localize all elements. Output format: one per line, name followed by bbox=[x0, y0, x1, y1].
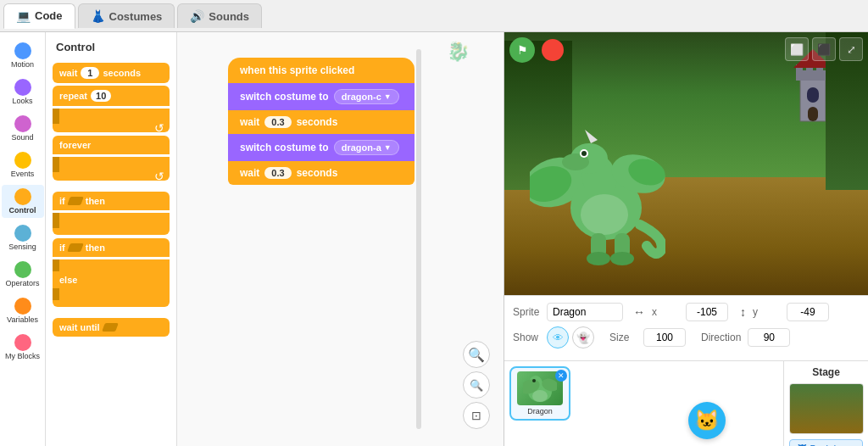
block-forever-arrow[interactable]: ↺ bbox=[53, 172, 170, 181]
sidebar-item-looks[interactable]: Looks bbox=[2, 75, 44, 109]
tab-costumes[interactable]: 👗 Costumes bbox=[78, 3, 175, 28]
sidebar-item-operators[interactable]: Operators bbox=[2, 258, 44, 291]
sidebar-item-control[interactable]: Control bbox=[2, 185, 44, 218]
stage-normal-button[interactable]: ⬛ bbox=[812, 37, 836, 61]
fullscreen-button[interactable]: ⤢ bbox=[839, 37, 863, 61]
sidebar-item-sound[interactable]: Sound bbox=[2, 112, 44, 145]
tab-code-label: Code bbox=[35, 9, 63, 22]
backdrops-button[interactable]: 🖼 Backdrops bbox=[789, 439, 863, 446]
sidebar-item-sensing[interactable]: Sensing bbox=[2, 221, 44, 254]
myblocks-dot bbox=[14, 334, 31, 351]
sprite-card-name: Dragon bbox=[515, 407, 565, 415]
sensing-label: Sensing bbox=[8, 243, 36, 251]
block-repeat-inner bbox=[53, 109, 170, 124]
block-else-label: else bbox=[53, 271, 170, 288]
y-input[interactable] bbox=[787, 303, 829, 321]
canvas-block-switch-a[interactable]: switch costume to dragon-a ▼ bbox=[228, 134, 415, 161]
canvas-block-switch-c[interactable]: switch costume to dragon-c ▼ bbox=[228, 83, 415, 110]
wait1-text: wait bbox=[240, 116, 259, 128]
wait2-input[interactable]: 0.3 bbox=[264, 167, 291, 179]
stage-small-button[interactable]: ⬜ bbox=[785, 37, 809, 61]
zoom-fit-button[interactable]: ⊡ bbox=[463, 402, 490, 429]
wait2-text: wait bbox=[240, 167, 259, 179]
motion-label: Motion bbox=[11, 60, 34, 69]
sprites-grid: ✕ Dragon bbox=[509, 366, 778, 421]
switch-c-text: switch costume to bbox=[240, 91, 329, 103]
looks-label: Looks bbox=[12, 97, 32, 105]
direction-label: Direction bbox=[701, 332, 741, 343]
canvas-blocks: when this sprite clicked switch costume … bbox=[228, 58, 415, 185]
canvas-block-wait1[interactable]: wait 0.3 seconds bbox=[228, 110, 415, 134]
stage-mini-preview[interactable] bbox=[789, 383, 864, 434]
block-if-bottom bbox=[53, 228, 170, 235]
show-hidden-button[interactable]: 👻 bbox=[572, 326, 594, 348]
show-visible-button[interactable]: 👁 bbox=[547, 326, 569, 348]
direction-input[interactable] bbox=[748, 328, 790, 347]
stage-mini-panel: Stage 🖼 Backdrops bbox=[783, 361, 868, 446]
if-diamond bbox=[67, 197, 84, 205]
sidebar-item-variables[interactable]: Variables bbox=[2, 294, 44, 327]
sidebar-item-events[interactable]: Events bbox=[2, 148, 44, 181]
control-label: Control bbox=[9, 206, 36, 215]
events-dot bbox=[14, 152, 31, 169]
x-input[interactable] bbox=[686, 303, 728, 321]
block-wait-until[interactable]: wait until bbox=[53, 318, 170, 337]
svg-point-15 bbox=[581, 151, 587, 156]
wait1-input[interactable]: 0.3 bbox=[264, 116, 291, 128]
dropdown-c-arrow: ▼ bbox=[384, 92, 392, 101]
eye-icon: 👁 bbox=[553, 332, 564, 344]
canvas-block-hat[interactable]: when this sprite clicked bbox=[228, 58, 415, 83]
show-toggle: 👁 👻 bbox=[547, 326, 594, 348]
block-repeat-arrow[interactable]: ↺ bbox=[53, 124, 170, 132]
category-sidebar: Motion Looks Sound Events Control Sensin… bbox=[0, 32, 46, 446]
size-input[interactable] bbox=[643, 328, 686, 347]
canvas-block-wait2[interactable]: wait 0.3 seconds bbox=[228, 161, 415, 185]
zoom-in-button[interactable]: 🔍 bbox=[463, 341, 490, 368]
stop-button[interactable] bbox=[542, 39, 564, 61]
block-wait[interactable]: wait 1 seconds bbox=[53, 63, 170, 83]
coding-area[interactable]: when this sprite clicked switch costume … bbox=[177, 32, 504, 446]
stage-normal-icon: ⬛ bbox=[817, 43, 831, 56]
sprite-name-input[interactable] bbox=[547, 303, 623, 321]
sidebar-item-myblocks[interactable]: My Blocks bbox=[2, 331, 44, 364]
svg-rect-7 bbox=[808, 107, 818, 121]
sprite-card-dragon[interactable]: ✕ Dragon bbox=[509, 366, 570, 421]
motion-dot bbox=[14, 42, 31, 59]
stage-small-icon: ⬜ bbox=[790, 43, 804, 56]
fullscreen-icon: ⤢ bbox=[847, 43, 856, 56]
block-if-inner bbox=[53, 213, 170, 228]
block-forever[interactable]: forever bbox=[53, 136, 170, 154]
block-if-then[interactable]: if then bbox=[53, 192, 170, 210]
zoom-out-button[interactable]: 🔍 bbox=[463, 371, 490, 399]
green-flag-button[interactable]: ⚑ bbox=[509, 37, 535, 63]
add-sprite-button[interactable]: 🐱 bbox=[688, 402, 726, 439]
costume-a-value: dragon-a bbox=[342, 142, 381, 153]
costume-c-dropdown[interactable]: dragon-c ▼ bbox=[334, 89, 399, 104]
y-label: y bbox=[753, 306, 780, 318]
blocks-panel-title: Control bbox=[49, 37, 173, 60]
sprite-delete-button[interactable]: ✕ bbox=[555, 370, 567, 382]
sprite-indicator: 🐉 bbox=[447, 41, 470, 63]
block-if-else-bottom bbox=[53, 300, 170, 307]
dropdown-a-arrow: ▼ bbox=[384, 143, 392, 152]
block-if-else-inner1 bbox=[53, 259, 170, 271]
tab-code[interactable]: 💻 Code bbox=[3, 3, 75, 29]
code-icon: 💻 bbox=[16, 9, 31, 23]
sound-label: Sound bbox=[11, 133, 33, 142]
wait-until-diamond bbox=[102, 323, 119, 332]
block-repeat[interactable]: repeat 10 bbox=[53, 86, 170, 106]
sprite-thumbnail-dragon bbox=[523, 373, 557, 404]
delete-icon: ✕ bbox=[558, 371, 565, 380]
sound-dot bbox=[14, 115, 31, 132]
variables-label: Variables bbox=[7, 315, 38, 324]
costumes-icon: 👗 bbox=[91, 9, 105, 23]
svg-point-28 bbox=[532, 379, 536, 382]
bottom-panel: ✕ Dragon bbox=[504, 360, 868, 446]
svg-point-23 bbox=[610, 252, 634, 265]
sounds-icon: 🔊 bbox=[190, 9, 204, 23]
green-flag-icon: ⚑ bbox=[517, 43, 528, 57]
costume-a-dropdown[interactable]: dragon-a ▼ bbox=[334, 140, 399, 155]
sidebar-item-motion[interactable]: Motion bbox=[2, 39, 44, 72]
block-if-else[interactable]: if then bbox=[53, 238, 170, 257]
tab-sounds[interactable]: 🔊 Sounds bbox=[177, 3, 262, 28]
